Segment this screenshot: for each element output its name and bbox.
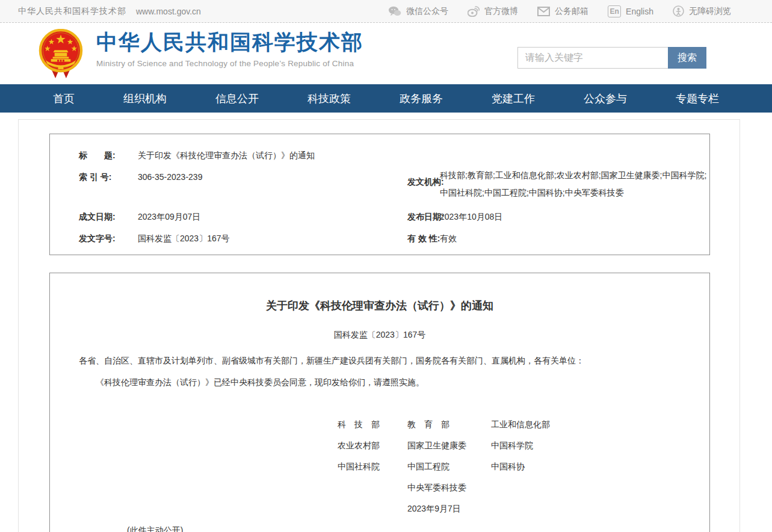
signatories-row: 2023年9月7日 xyxy=(338,498,611,519)
signatories-table: 科 技 部 教 育 部 工业和信息化部 农业农村部 国家卫生健康委 中国科学院 … xyxy=(338,414,611,519)
signatory: 国家卫生健康委 xyxy=(407,435,491,456)
document-title: 关于印发《科技伦理审查办法（试行）》的通知 xyxy=(50,298,709,313)
link-wechat[interactable]: 微信公众号 xyxy=(388,6,448,17)
nav-item-sci-policy[interactable]: 科技政策 xyxy=(307,91,351,106)
signatory: 农业农村部 xyxy=(338,435,407,456)
meta-docno-label: 发文字号: xyxy=(50,223,138,245)
signatory: 中国科协 xyxy=(491,456,611,477)
link-mail[interactable]: 公务邮箱 xyxy=(537,6,588,17)
wechat-icon xyxy=(388,6,401,17)
signatory xyxy=(491,477,611,498)
brand-block[interactable]: 中华人民共和国科学技术部 Ministry of Science and Tec… xyxy=(96,30,363,68)
meta-index-label: 索 引 号: xyxy=(50,162,138,202)
signatory xyxy=(338,477,407,498)
nav-item-public-participation[interactable]: 公众参与 xyxy=(584,91,627,106)
meta-title-label: 标 题: xyxy=(50,140,138,162)
signatory: 中央军委科技委 xyxy=(407,477,491,498)
signatory xyxy=(491,498,611,519)
document-paragraph: 各省、自治区、直辖市及计划单列市、副省级城市有关部门，新疆生产建设兵团有关部门，… xyxy=(79,354,681,367)
english-badge: En xyxy=(608,5,621,17)
link-weibo-label: 官方微博 xyxy=(484,6,518,17)
mail-icon xyxy=(537,7,550,16)
meta-orgs-value: 科技部;教育部;工业和信息化部;农业农村部;国家卫生健康委;中国科学院;中国社科… xyxy=(440,162,711,202)
meta-index-value: 306-35-2023-239 xyxy=(138,162,378,202)
signatory xyxy=(338,498,407,519)
signatories-row: 中国社科院 中国工程院 中国科协 xyxy=(338,456,611,477)
link-weibo[interactable]: 官方微博 xyxy=(468,6,518,17)
link-accessibility[interactable]: 无障碍浏览 xyxy=(673,5,731,17)
signatory: 中国社科院 xyxy=(338,456,407,477)
brand-title: 中华人民共和国科学技术部 xyxy=(96,30,363,54)
meta-validity-label: 有 效 性: xyxy=(378,223,440,245)
nav-item-organization[interactable]: 组织机构 xyxy=(123,91,167,106)
nav-item-gov-services[interactable]: 政务服务 xyxy=(400,91,443,106)
site-search: 搜索 xyxy=(517,47,706,69)
document-footnote: (此件主动公开) xyxy=(127,525,709,532)
document-metadata-box: 标 题: 关于印发《科技伦理审查办法（试行）》的通知 索 引 号: 306-35… xyxy=(49,134,710,255)
signatory: 中国工程院 xyxy=(407,456,491,477)
signatories-row: 中央军委科技委 xyxy=(338,477,611,498)
english-icon: En xyxy=(608,5,621,17)
link-english-label: English xyxy=(626,7,653,16)
signatory: 工业和信息化部 xyxy=(491,414,611,435)
link-mail-label: 公务邮箱 xyxy=(555,6,588,17)
meta-date-written-value: 2023年09月07日 xyxy=(138,202,378,223)
meta-date-published-label: 发布日期: xyxy=(378,202,440,223)
nav-item-home[interactable]: 首页 xyxy=(53,91,75,106)
accessibility-icon xyxy=(673,5,684,17)
search-input[interactable] xyxy=(517,47,668,69)
content-area: 标 题: 关于印发《科技伦理审查办法（试行）》的通知 索 引 号: 306-35… xyxy=(0,113,772,532)
nav-item-party-building[interactable]: 党建工作 xyxy=(492,91,535,106)
link-accessibility-label: 无障碍浏览 xyxy=(689,6,731,17)
weibo-icon xyxy=(468,6,480,17)
nav-item-info-disclosure[interactable]: 信息公开 xyxy=(215,91,259,106)
site-url[interactable]: www.most.gov.cn xyxy=(136,7,201,16)
document-body-box: 关于印发《科技伦理审查办法（试行）》的通知 国科发监〔2023〕167号 各省、… xyxy=(49,273,710,532)
document-number: 国科发监〔2023〕167号 xyxy=(50,330,709,341)
search-button[interactable]: 搜索 xyxy=(668,47,706,69)
top-utility-bar: 中华人民共和国科学技术部 www.most.gov.cn 微信公众号 官方微博 … xyxy=(0,0,772,23)
meta-title-value: 关于印发《科技伦理审查办法（试行）》的通知 xyxy=(138,140,711,162)
national-emblem-logo[interactable] xyxy=(39,29,83,79)
meta-orgs-label: 发文机构: xyxy=(378,162,440,202)
signatory: 科 技 部 xyxy=(338,414,407,435)
meta-docno-value: 国科发监〔2023〕167号 xyxy=(138,223,378,245)
nav-item-special-topics[interactable]: 专题专栏 xyxy=(676,91,719,106)
content-panel: 标 题: 关于印发《科技伦理审查办法（试行）》的通知 索 引 号: 306-35… xyxy=(18,119,740,532)
document-paragraph: 《科技伦理审查办法（试行）》已经中央科技委员会同意，现印发给你们，请遵照实施。 xyxy=(79,376,681,389)
signatory: 中国科学院 xyxy=(491,435,611,456)
main-nav: 首页 组织机构 信息公开 科技政策 政务服务 党建工作 公众参与 专题专栏 xyxy=(0,84,772,113)
meta-date-written-label: 成文日期: xyxy=(50,202,138,223)
signatories-row: 科 技 部 教 育 部 工业和信息化部 xyxy=(338,414,611,435)
link-english[interactable]: En English xyxy=(608,5,653,17)
signatories-row: 农业农村部 国家卫生健康委 中国科学院 xyxy=(338,435,611,456)
site-name: 中华人民共和国科学技术部 xyxy=(18,6,126,17)
link-wechat-label: 微信公众号 xyxy=(406,6,448,17)
brand-subtitle: Ministry of Science and Technology of th… xyxy=(96,59,363,68)
meta-validity-value: 有效 xyxy=(440,223,711,245)
masthead: 中华人民共和国科学技术部 Ministry of Science and Tec… xyxy=(0,23,772,84)
signature-date: 2023年9月7日 xyxy=(407,498,491,519)
meta-date-published-value: 2023年10月08日 xyxy=(440,202,711,223)
signatory: 教 育 部 xyxy=(407,414,491,435)
